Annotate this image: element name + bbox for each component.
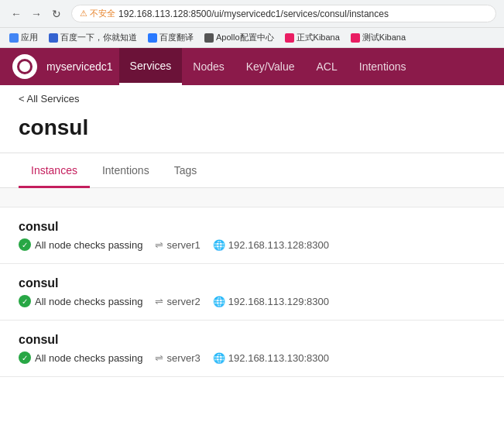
service-name: consul [19,333,485,347]
content-area: < All Services consul Instances Intentio… [0,85,504,377]
table-row: consul ✓ All node checks passing ⇌ serve… [0,321,504,377]
security-badge: ⚠ 不安全 [80,8,115,19]
service-name: consul [19,276,485,290]
check-status: ✓ All node checks passing [19,351,142,364]
tab-instances[interactable]: Instances [19,153,90,188]
bookmark-kibana-test[interactable]: 测试Kibana [348,30,409,45]
bookmark-baidu[interactable]: 百度一下，你就知道 [46,30,140,45]
url-text: 192.168.113.128:8500/ui/myservicedc1/ser… [118,9,488,19]
bookmark-kibana-label: 正式Kibana [297,32,340,43]
breadcrumb: < All Services [0,85,504,112]
bookmark-apollo-icon [204,33,214,43]
service-meta: ✓ All node checks passing ⇌ server2 🌐 19… [19,295,485,307]
server-name: server2 [166,296,200,307]
forward-button[interactable]: → [28,5,45,22]
check-status: ✓ All node checks passing [19,238,142,251]
bookmark-apollo-label: Apollo配置中心 [216,32,274,43]
refresh-button[interactable]: ↻ [48,5,65,22]
server-tag: ⇌ server2 [155,296,200,307]
tabs-row: Instances Intentions Tags [0,153,504,188]
bookmark-apps-label: 应用 [21,32,38,43]
globe-icon: 🌐 [213,352,225,364]
nav-item-services[interactable]: Services [119,48,183,85]
server-icon: ⇌ [155,352,163,364]
bookmark-apps[interactable]: 应用 [6,30,41,45]
ip-tag: 🌐 192.168.113.128:8300 [213,239,329,251]
server-tag: ⇌ server3 [155,352,200,364]
nav-item-intentions[interactable]: Intentions [348,48,417,85]
ip-address: 192.168.113.128:8300 [228,239,329,251]
ip-address: 192.168.113.129:8300 [228,296,329,307]
app-logo-circle [17,59,33,74]
ip-tag: 🌐 192.168.113.130:8300 [213,352,329,364]
breadcrumb-all-services[interactable]: < All Services [19,93,79,105]
address-bar[interactable]: ⚠ 不安全 192.168.113.128:8500/ui/myserviced… [71,5,496,22]
page-header: consul [0,112,504,153]
globe-icon: 🌐 [213,296,225,307]
service-name: consul [19,220,485,234]
ip-address: 192.168.113.130:8300 [228,352,329,364]
server-icon: ⇌ [155,296,163,307]
service-list: consul ✓ All node checks passing ⇌ serve… [0,207,504,377]
check-icon: ✓ [19,295,31,307]
browser-bar: ← → ↻ ⚠ 不安全 192.168.113.128:8500/ui/myse… [0,0,504,28]
bookmarks-bar: 应用 百度一下，你就知道 百度翻译 Apollo配置中心 正式Kibana 测试… [0,28,504,48]
app-logo [12,54,37,79]
nav-item-acl[interactable]: ACL [306,48,348,85]
bookmark-kibana-test-icon [351,33,360,43]
ip-tag: 🌐 192.168.113.129:8300 [213,296,329,307]
server-icon: ⇌ [155,239,163,251]
bookmark-translate-label: 百度翻译 [159,32,194,43]
filter-bar [0,188,504,207]
back-button[interactable]: ← [8,5,25,22]
bookmark-baidu-icon [49,33,58,43]
bookmark-translate-icon [148,33,157,43]
bookmark-kibana-icon [285,33,294,43]
check-label: All node checks passing [35,296,142,307]
bookmark-kibana[interactable]: 正式Kibana [282,30,343,45]
nav-item-keyvalue[interactable]: Key/Value [235,48,306,85]
check-icon: ✓ [19,238,31,251]
check-status: ✓ All node checks passing [19,295,142,307]
table-row: consul ✓ All node checks passing ⇌ serve… [0,207,504,264]
instance-name: myservicedc1 [46,60,113,73]
nav-item-nodes[interactable]: Nodes [182,48,235,85]
check-icon: ✓ [19,351,31,364]
tab-intentions[interactable]: Intentions [90,153,162,188]
server-name: server3 [166,352,200,364]
service-meta: ✓ All node checks passing ⇌ server3 🌐 19… [19,351,485,364]
page-title: consul [19,115,485,140]
check-label: All node checks passing [35,239,142,251]
bookmark-translate[interactable]: 百度翻译 [145,30,197,45]
app-navbar: myservicedc1 Services Nodes Key/Value AC… [0,48,504,85]
table-row: consul ✓ All node checks passing ⇌ serve… [0,264,504,321]
bookmark-apollo[interactable]: Apollo配置中心 [201,30,277,45]
tab-tags[interactable]: Tags [162,153,210,188]
server-name: server1 [166,239,200,251]
server-tag: ⇌ server1 [155,239,200,251]
service-meta: ✓ All node checks passing ⇌ server1 🌐 19… [19,238,485,251]
bookmark-baidu-label: 百度一下，你就知道 [60,32,137,43]
bookmark-apps-icon [9,33,19,43]
check-label: All node checks passing [35,352,142,364]
nav-items: Services Nodes Key/Value ACL Intentions [119,48,417,85]
globe-icon: 🌐 [213,239,225,251]
nav-buttons: ← → ↻ [8,5,65,22]
bookmark-kibana-test-label: 测试Kibana [362,32,406,43]
